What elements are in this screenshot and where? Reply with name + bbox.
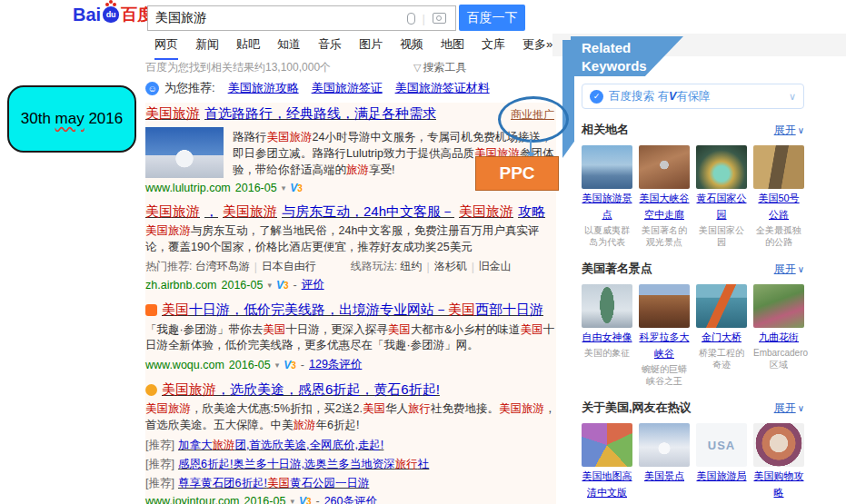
tab-tieba[interactable]: 贴吧 xyxy=(236,36,260,60)
recommend-sitelink[interactable]: [推荐]加拿大旅游团,首选欣美途,全网底价,走起! xyxy=(145,438,556,453)
search-input[interactable]: 美国旅游 | xyxy=(147,5,456,31)
result-title[interactable]: 美国旅游首选路路行，经典路线，满足各种需求 xyxy=(145,104,556,123)
sidebar-card: 美国旅游景点 以夏威夷群岛为代表 xyxy=(582,145,632,248)
card-image-skywalk[interactable] xyxy=(639,145,690,189)
result-title[interactable]: 美国十日游，低价完美线路，出境游专业网站－美国西部十日游 xyxy=(145,301,556,319)
card-image-geyser[interactable] xyxy=(696,145,747,189)
sitelink[interactable]: 旧金山 xyxy=(479,259,512,274)
expand-link[interactable]: 展开 xyxy=(774,124,796,136)
recommend-sitelink[interactable]: [推荐]感恩6折起!奥兰多十日游,选奥兰多当地资深旅行社 xyxy=(145,457,556,472)
search-tools[interactable]: ▽搜索工具 xyxy=(413,60,466,75)
baidu-logo[interactable]: Bai du 百度 xyxy=(73,4,154,25)
recommend-link[interactable]: 美国旅游签证 xyxy=(312,80,383,96)
tab-music[interactable]: 音乐 xyxy=(318,36,342,60)
card-image-city[interactable] xyxy=(582,145,632,189)
card-title[interactable]: 美国景点 xyxy=(644,470,684,481)
tab-web[interactable]: 网页 xyxy=(154,36,178,60)
card-image-liberty[interactable] xyxy=(582,284,632,328)
card-image-road[interactable] xyxy=(753,145,804,189)
card-image-lombard[interactable] xyxy=(753,284,804,328)
card-desc: 美国的象征 xyxy=(582,347,632,359)
card-image-canyon[interactable] xyxy=(639,284,690,328)
reviews-link[interactable]: 129条评价 xyxy=(309,357,362,372)
sidebar-card: 自由女神像 美国的象征 xyxy=(582,284,632,387)
card-title[interactable]: 美国大峡谷空中走廊 xyxy=(640,193,690,220)
result-date: 2016-05 xyxy=(222,279,264,292)
card-title[interactable]: 自由女神像 xyxy=(582,331,632,342)
card-title[interactable]: 科罗拉多大峡谷 xyxy=(640,331,690,359)
dropdown-caret-icon[interactable]: ▾ xyxy=(267,281,272,290)
sitelink[interactable]: 台湾环岛游 xyxy=(195,259,250,274)
search-result-ad-4: 美国旅游，选欣美途，感恩6折起，黄石6折起! 美国旅游，欣美途大优惠:5%折扣，… xyxy=(145,380,556,504)
section-related-places: 相关地名 展开∨ 美国旅游景点 以夏威夷群岛为代表 美国大峡谷空中走廊 美国著名… xyxy=(582,121,804,248)
result-date: 2016-05 xyxy=(235,182,277,194)
chevron-down-icon[interactable]: ∨ xyxy=(789,91,796,103)
search-button[interactable]: 百度一下 xyxy=(459,5,525,31)
sidebar-card: 美国地图高清中文版 xyxy=(582,423,632,499)
card-image-capitol[interactable] xyxy=(639,423,690,467)
tab-video[interactable]: 视频 xyxy=(400,36,423,60)
result-meta: www.joyintour.com 2016-05 ▾ V3 - 260条评价 xyxy=(145,494,556,504)
baidu-security-bar[interactable]: ✓ 百度搜索 有V有保障 ∨ xyxy=(582,84,804,109)
reviews-link[interactable]: 评价 xyxy=(302,277,324,292)
tab-more[interactable]: 更多» xyxy=(523,36,552,60)
card-image-usa-logo[interactable]: USA xyxy=(696,423,747,467)
result-description: 美国旅游，欣美途大优惠:5%折扣，买2送2.美国华人旅行社免费地接。美国旅游，首… xyxy=(145,401,556,434)
card-title[interactable]: 美国50号公路 xyxy=(758,193,799,220)
sidebar-card: 美国景点 xyxy=(639,423,690,499)
dropdown-caret-icon[interactable]: ▾ xyxy=(275,361,280,370)
tab-wenku[interactable]: 文库 xyxy=(482,36,505,60)
tab-news[interactable]: 新闻 xyxy=(195,36,219,60)
card-image-collage[interactable] xyxy=(753,423,804,467)
tab-zhidao[interactable]: 知道 xyxy=(277,36,301,60)
sidebar-card: 黄石国家公园 美国国家公园 xyxy=(696,145,747,248)
card-title[interactable]: 美国旅游局 xyxy=(697,470,747,481)
sitelink[interactable]: 日本自由行 xyxy=(262,259,316,274)
result-url[interactable]: zh.airbnb.com xyxy=(145,279,217,292)
microphone-icon[interactable] xyxy=(407,13,415,25)
baidu-v-badge: V3 xyxy=(299,495,312,504)
card-title[interactable]: 美国地图高清中文版 xyxy=(582,470,632,498)
card-title[interactable]: 金门大桥 xyxy=(702,331,741,342)
reviews-link[interactable]: 260条评价 xyxy=(324,494,377,504)
dropdown-caret-icon[interactable]: ▾ xyxy=(282,183,286,193)
card-title[interactable]: 美国购物攻略 xyxy=(754,470,804,498)
recommend-sitelink[interactable]: [推荐]尊享黄石团6折起!美国黄石公园一日游 xyxy=(145,476,556,491)
dropdown-caret-icon[interactable]: ▾ xyxy=(290,497,294,504)
result-thumbnail-capitol[interactable] xyxy=(145,127,224,178)
card-title[interactable]: 九曲花街 xyxy=(759,331,799,342)
card-image-bridge[interactable] xyxy=(696,284,747,328)
result-url[interactable]: www.woqu.com xyxy=(145,359,224,371)
section-title: 相关地名 xyxy=(582,122,629,138)
tab-image[interactable]: 图片 xyxy=(359,36,383,60)
card-desc: 全美最孤独的公路 xyxy=(753,224,804,248)
card-image-usa-map[interactable] xyxy=(582,423,632,467)
joyintour-site-icon xyxy=(145,384,157,396)
expand-link[interactable]: 展开 xyxy=(774,401,796,414)
result-date: 2016-05 xyxy=(229,359,271,371)
result-url[interactable]: www.joyintour.com xyxy=(145,495,240,504)
sitelink[interactable]: 纽约 xyxy=(401,259,423,274)
recommend-link[interactable]: 美国旅游攻略 xyxy=(228,80,299,96)
result-title[interactable]: 美国旅游，选欣美途，感恩6折起，黄石6折起! xyxy=(145,380,556,399)
result-sitelinks: 热门推荐: 台湾环岛游 | 日本自由行 线路玩法: 纽约 | 洛杉矶 | 旧金山 xyxy=(145,259,556,274)
result-meta: www.woqu.com 2016-05 ▾ V3 - 129条评价 xyxy=(145,357,556,372)
camera-icon[interactable] xyxy=(433,13,446,24)
results-count: 百度为您找到相关结果约13,100,000个 xyxy=(145,60,331,75)
card-desc: 美国著名的观光景点 xyxy=(639,224,690,248)
security-text: 百度搜索 有V有保障 xyxy=(609,89,711,104)
expand-link[interactable]: 展开 xyxy=(774,262,796,275)
card-title[interactable]: 美国旅游景点 xyxy=(582,193,632,220)
right-sidebar: ✓ 百度搜索 有V有保障 ∨ 相关地名 展开∨ 美国旅游景点 以夏威夷群岛为代表… xyxy=(582,84,804,504)
card-desc: 蜿蜒的巨蟒 峡谷之王 xyxy=(639,363,690,387)
result-title[interactable]: 美国旅游，美国旅游与房东互动，24h中文客服－美国旅游攻略 xyxy=(145,203,556,221)
result-description: 美国旅游与房东互动，了解当地民俗，24h中文客服，免费注册百万用户真实评论，覆盖… xyxy=(145,223,556,256)
recommend-link[interactable]: 美国旅游签证材料 xyxy=(395,80,490,96)
card-desc: 桥梁工程的奇迹 xyxy=(696,347,747,371)
tab-map[interactable]: 地图 xyxy=(441,36,464,60)
section-hot-topics: 关于美国,网友在热议 展开∨ 美国地图高清中文版 美国景点 USA 美国旅游局 … xyxy=(582,399,804,499)
card-desc: 美国国家公园 xyxy=(696,224,747,248)
result-url[interactable]: www.lulutrip.com xyxy=(145,182,231,194)
sitelink[interactable]: 洛杉矶 xyxy=(434,259,467,274)
card-title[interactable]: 黄石国家公园 xyxy=(697,193,747,220)
